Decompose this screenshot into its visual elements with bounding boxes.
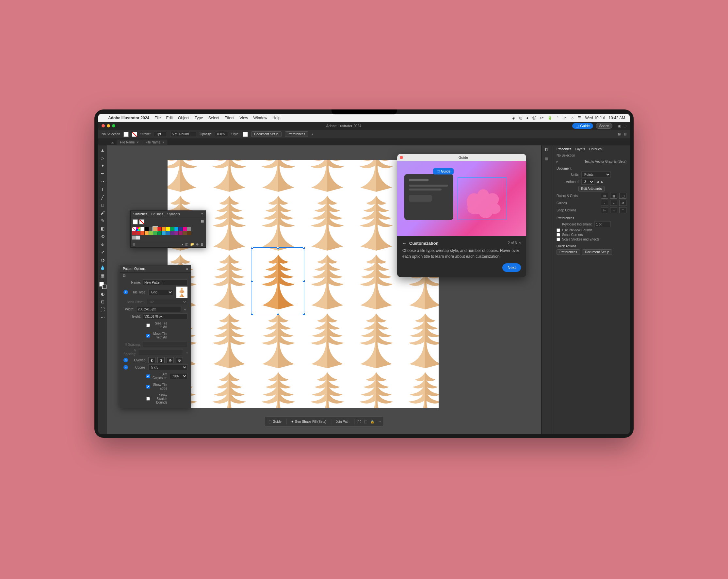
dim-copies-checkbox[interactable] [146, 374, 150, 378]
shape-builder-tool[interactable]: ◔ [99, 256, 106, 263]
fill-stroke-control[interactable] [99, 282, 106, 289]
selection-box[interactable] [252, 247, 304, 314]
menu-type[interactable]: Type [194, 116, 203, 120]
qa-document-setup-button[interactable]: Document Setup [582, 249, 613, 255]
share-button[interactable]: Share [596, 123, 613, 129]
delete-swatch-icon[interactable]: 🗑 [201, 243, 204, 246]
arrange-icon[interactable]: ▣ [618, 124, 621, 128]
doc-tab-2[interactable]: File Name× [142, 140, 167, 145]
show-tile-edge-checkbox[interactable] [146, 385, 150, 388]
copies-select[interactable]: 5 x 5 [148, 364, 187, 370]
menu-edit[interactable]: Edit [166, 116, 173, 120]
panel-menu-icon[interactable]: ≡ [201, 212, 203, 216]
stroke-indicator[interactable] [139, 219, 145, 225]
style-swatch[interactable] [243, 132, 248, 137]
fill-indicator[interactable] [133, 219, 138, 225]
menubar-date[interactable]: Wed 10 Jul [585, 116, 604, 120]
close-tab-icon[interactable]: × [137, 141, 139, 144]
pattern-width-input[interactable] [136, 306, 181, 312]
edit-artboards-button[interactable]: Edit Artboards [578, 186, 605, 192]
dim-copies-select[interactable]: 70% [169, 373, 187, 379]
pattern-name-input[interactable] [143, 279, 187, 285]
swatches-panel[interactable]: Swatches Brushes Symbols ≡ ▦ [130, 210, 206, 248]
prev-artboard-icon[interactable]: ◀ [596, 180, 599, 184]
color-mode-icon[interactable]: ◐ [99, 291, 106, 297]
ctx-lock-icon[interactable]: 🔒 [370, 420, 374, 424]
doc-tab-1[interactable]: File Name× [116, 140, 142, 145]
screen-mode-icon[interactable]: ⛶ [99, 306, 106, 313]
stroke-swatch[interactable] [132, 132, 137, 137]
preview-bounds-checkbox[interactable] [556, 228, 560, 232]
pattern-height-input[interactable] [143, 313, 187, 319]
curvature-tool[interactable]: 〰 [99, 178, 106, 185]
eyedropper-tool[interactable]: 💧 [99, 265, 106, 271]
text-to-vector-button[interactable]: Text to Vector Graphic (Beta) [584, 160, 626, 163]
guide-home-icon[interactable]: ⌂ [519, 241, 521, 245]
guide-popup[interactable]: Guide ⬚Guide 2 of 3⌂ ←Customization Choo [397, 154, 526, 277]
record-icon[interactable]: ◎ [519, 116, 522, 120]
sync-icon[interactable]: ⟳ [540, 116, 544, 120]
size-tile-checkbox[interactable] [146, 324, 150, 327]
close-tab-icon[interactable]: × [162, 141, 164, 144]
selection-tool[interactable]: ▲ [99, 147, 106, 153]
keyboard-increment-input[interactable] [594, 221, 611, 227]
move-tile-checkbox[interactable] [146, 334, 150, 337]
brushes-tab[interactable]: Brushes [151, 212, 163, 216]
next-artboard-icon[interactable]: ▶ [601, 180, 603, 184]
swatch-lib-icon[interactable]: ⊞ [133, 243, 135, 246]
overlap-top-icon[interactable]: ◓ [166, 357, 174, 363]
control-center-icon[interactable]: ☰ [577, 116, 581, 120]
swatch-selected[interactable] [153, 227, 157, 231]
document-setup-button[interactable]: Document Setup [251, 131, 282, 137]
new-group-icon[interactable]: 📁 [190, 243, 194, 246]
magic-wand-tool[interactable]: ✦ [99, 162, 106, 169]
home-icon[interactable]: ☁ [108, 141, 116, 144]
type-tool[interactable]: T [99, 186, 106, 193]
swatch-options-icon[interactable]: ◫ [185, 243, 188, 246]
menubar-time[interactable]: 10:42 AM [608, 116, 625, 120]
ctx-guide-button[interactable]: ⬚Guide [267, 420, 283, 424]
panel-icon-2[interactable]: ▤ [544, 156, 550, 162]
guide-back-icon[interactable]: ← [402, 241, 407, 246]
brush-input[interactable] [170, 132, 196, 137]
guides-lock-icon[interactable]: ⫠ [610, 200, 617, 206]
tile-type-select[interactable]: Grid [148, 289, 173, 295]
scale-corners-checkbox[interactable] [556, 233, 560, 236]
minimize-window-button[interactable] [107, 124, 110, 127]
units-select[interactable]: Points [581, 172, 611, 177]
pattern-options-tab[interactable]: Pattern Options [123, 267, 145, 271]
smart-guides-icon[interactable]: ⫡ [619, 200, 626, 206]
width-tool[interactable]: ⫝ [99, 241, 106, 247]
artboard-select[interactable]: 3 [581, 179, 594, 185]
snap-point-icon[interactable]: ⊢ [601, 207, 608, 213]
swatches-tab[interactable]: Swatches [133, 212, 147, 216]
workspace-icon[interactable]: ⊞ [623, 124, 626, 128]
symbols-tab[interactable]: Symbols [167, 212, 180, 216]
swatch-kind-icon[interactable]: ▾ [182, 243, 183, 246]
arrange-docs-icon[interactable]: ⊞ [618, 132, 621, 136]
swatch-none[interactable] [132, 227, 136, 231]
rotate-tool[interactable]: ⟲ [99, 233, 106, 240]
shaper-tool[interactable]: ✎ [99, 217, 106, 224]
ctx-pin-icon[interactable]: ⬚ [364, 420, 367, 424]
gradient-tool[interactable]: ▦ [99, 272, 106, 279]
bluetooth-icon[interactable]: ⌃ [556, 116, 560, 120]
align-icon[interactable]: ⫞ [312, 132, 313, 136]
guide-pill-button[interactable]: ⬚Guide [572, 123, 593, 129]
tab-layers[interactable]: Layers [575, 147, 585, 151]
link-dimensions-icon[interactable]: ⟐ [183, 307, 187, 311]
ctx-more-icon[interactable]: ⋯ [378, 420, 381, 424]
overlap-bottom-icon[interactable]: ◒ [176, 357, 183, 363]
guide-close-button[interactable] [400, 156, 403, 159]
new-swatch-icon[interactable]: ⊕ [196, 243, 199, 246]
overlap-left-icon[interactable]: ◐ [148, 357, 155, 363]
scale-strokes-checkbox[interactable] [556, 237, 560, 241]
rectangle-tool[interactable]: □ [99, 202, 106, 208]
guides-show-icon[interactable]: ⫟ [601, 200, 608, 206]
free-transform-tool[interactable]: ⤢ [99, 249, 106, 255]
snap-grid-icon[interactable]: ⊣ [610, 207, 617, 213]
search-icon[interactable]: ⌕ [571, 116, 573, 120]
swatch-view-icon[interactable]: ▦ [201, 219, 204, 225]
menu-object[interactable]: Object [178, 116, 189, 120]
panel-menu-icon[interactable]: ≡ [186, 267, 188, 271]
